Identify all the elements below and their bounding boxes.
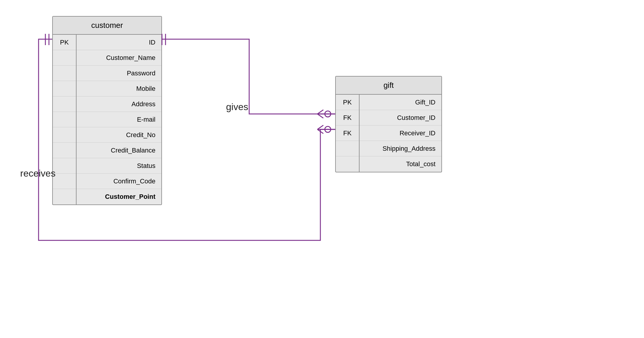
gift-table: gift PK FK FK Gift_ID Customer_ID Receiv… [335, 76, 442, 172]
customer-table-body: PK ID Customer_Name Password Mobile Addr… [53, 35, 161, 204]
customer-key-10 [53, 189, 76, 204]
gift-key-3 [336, 141, 359, 156]
customer-table-header: customer [53, 17, 161, 35]
gift-key-col: PK FK FK [336, 95, 360, 172]
svg-point-8 [325, 126, 331, 132]
customer-field-point: Customer_Point [77, 189, 161, 204]
receives-label: receives [20, 168, 55, 179]
customer-field-password: Password [77, 66, 161, 81]
customer-key-0: PK [53, 35, 76, 50]
customer-field-email: E-mail [77, 112, 161, 127]
customer-key-3 [53, 81, 76, 96]
gives-label: gives [226, 101, 248, 112]
gift-key-4 [336, 156, 359, 172]
gift-field-customerid: Customer_ID [360, 110, 441, 126]
customer-field-id: ID [77, 35, 161, 50]
gift-field-receiverid: Receiver_ID [360, 126, 441, 141]
gift-key-2: FK [336, 126, 359, 141]
customer-field-mobile: Mobile [77, 81, 161, 96]
customer-key-7 [53, 143, 76, 158]
customer-fields-col: ID Customer_Name Password Mobile Address… [77, 35, 161, 204]
gift-field-giftid: Gift_ID [360, 95, 441, 110]
gift-key-0: PK [336, 95, 359, 110]
svg-line-3 [317, 110, 323, 114]
svg-point-2 [325, 111, 331, 117]
gift-field-shipping: Shipping_Address [360, 141, 441, 156]
gift-table-body: PK FK FK Gift_ID Customer_ID Receiver_ID… [336, 95, 441, 172]
customer-key-2 [53, 66, 76, 81]
customer-field-name: Customer_Name [77, 50, 161, 66]
gift-table-header: gift [336, 77, 441, 95]
svg-line-10 [317, 129, 323, 134]
customer-key-4 [53, 96, 76, 112]
diagram-canvas: customer PK ID Customer_Name Password Mo… [0, 0, 644, 338]
gift-fields-col: Gift_ID Customer_ID Receiver_ID Shipping… [360, 95, 441, 172]
customer-field-address: Address [77, 96, 161, 112]
customer-key-8 [53, 158, 76, 174]
customer-key-9 [53, 174, 76, 189]
customer-field-confirm: Confirm_Code [77, 174, 161, 189]
customer-key-1 [53, 50, 76, 66]
svg-line-4 [317, 114, 323, 118]
customer-field-creditno: Credit_No [77, 127, 161, 143]
customer-key-5 [53, 112, 76, 127]
customer-field-creditbal: Credit_Balance [77, 143, 161, 158]
svg-line-9 [317, 125, 323, 129]
gift-field-totalcost: Total_cost [360, 156, 441, 172]
customer-key-col: PK [53, 35, 77, 204]
customer-field-status: Status [77, 158, 161, 174]
customer-table: customer PK ID Customer_Name Password Mo… [52, 16, 162, 205]
gift-key-1: FK [336, 110, 359, 126]
customer-key-6 [53, 127, 76, 143]
